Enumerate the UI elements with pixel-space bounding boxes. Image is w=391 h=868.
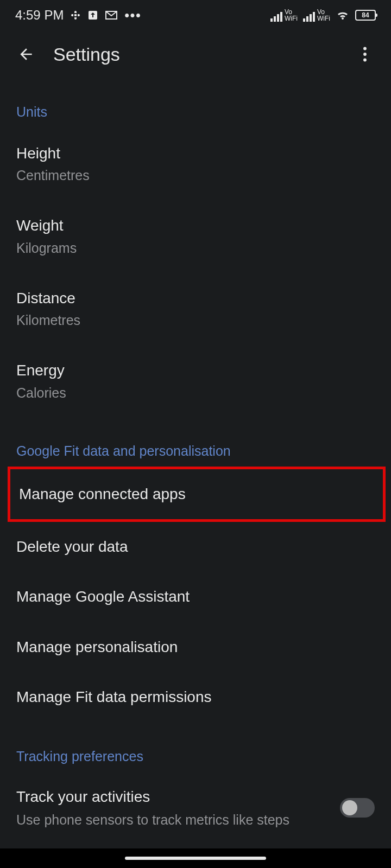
page-title: Settings <box>53 44 338 65</box>
back-button[interactable] <box>15 43 37 65</box>
setting-title: Weight <box>16 216 375 235</box>
setting-title: Manage Fit data permissions <box>16 687 375 707</box>
setting-title: Manage personalisation <box>16 637 375 657</box>
setting-height[interactable]: Height Centimetres <box>16 127 375 200</box>
upload-icon <box>87 10 98 21</box>
svg-point-2 <box>363 53 367 56</box>
setting-subtitle: Kilometres <box>16 312 375 328</box>
status-left: 4:59 PM ••• <box>15 8 142 23</box>
section-header-tracking: Tracking preferences <box>16 723 375 772</box>
section-header-units: Units <box>16 78 375 127</box>
nav-pill[interactable] <box>125 857 266 860</box>
status-right: VoWiFi VoWiFi 84 <box>270 9 376 22</box>
setting-manage-connected-apps[interactable]: Manage connected apps <box>8 467 386 522</box>
toggle-thumb <box>342 800 357 815</box>
setting-energy[interactable]: Energy Calories <box>16 344 375 417</box>
arrow-back-icon <box>17 46 35 63</box>
content: Units Height Centimetres Weight Kilogram… <box>0 78 391 828</box>
setting-manage-google-assistant[interactable]: Manage Google Assistant <box>16 572 375 622</box>
status-time: 4:59 PM <box>15 8 64 23</box>
setting-track-activities[interactable]: Track your activities Use phone sensors … <box>16 772 375 829</box>
setting-title: Delete your data <box>16 537 375 557</box>
setting-title: Energy <box>16 361 375 380</box>
signal-2: VoWiFi <box>303 9 330 22</box>
setting-distance[interactable]: Distance Kilometres <box>16 272 375 344</box>
nav-bar <box>0 848 391 868</box>
track-activities-toggle[interactable] <box>340 798 375 818</box>
setting-title: Distance <box>16 289 375 308</box>
svg-point-1 <box>363 47 367 50</box>
overflow-menu-button[interactable] <box>354 43 376 65</box>
gmail-icon <box>105 10 118 21</box>
setting-weight[interactable]: Weight Kilograms <box>16 200 375 272</box>
setting-title: Manage Google Assistant <box>16 587 375 607</box>
battery-icon: 84 <box>355 10 376 21</box>
slack-icon <box>70 10 81 21</box>
vowifi-label-2: VoWiFi <box>317 9 330 22</box>
wifi-icon <box>336 10 350 21</box>
svg-point-3 <box>363 59 367 62</box>
status-bar: 4:59 PM ••• VoWiFi <box>0 0 391 30</box>
setting-subtitle: Use phone sensors to track metrics like … <box>16 811 340 829</box>
setting-manage-personalisation[interactable]: Manage personalisation <box>16 622 375 672</box>
app-bar: Settings <box>0 30 391 78</box>
setting-title: Height <box>16 144 375 163</box>
setting-subtitle: Calories <box>16 385 375 401</box>
setting-manage-fit-data-permissions[interactable]: Manage Fit data permissions <box>16 672 375 722</box>
setting-title: Track your activities <box>16 787 340 807</box>
setting-title: Manage connected apps <box>19 484 372 504</box>
setting-delete-your-data[interactable]: Delete your data <box>16 522 375 572</box>
setting-subtitle: Centimetres <box>16 168 375 183</box>
section-header-gfit: Google Fit data and personalisation <box>16 417 375 467</box>
more-notifications-icon: ••• <box>124 8 141 23</box>
signal-1: VoWiFi <box>270 9 298 22</box>
vowifi-label-1: VoWiFi <box>285 9 298 22</box>
setting-subtitle: Kilograms <box>16 240 375 256</box>
more-vert-icon <box>363 47 367 62</box>
